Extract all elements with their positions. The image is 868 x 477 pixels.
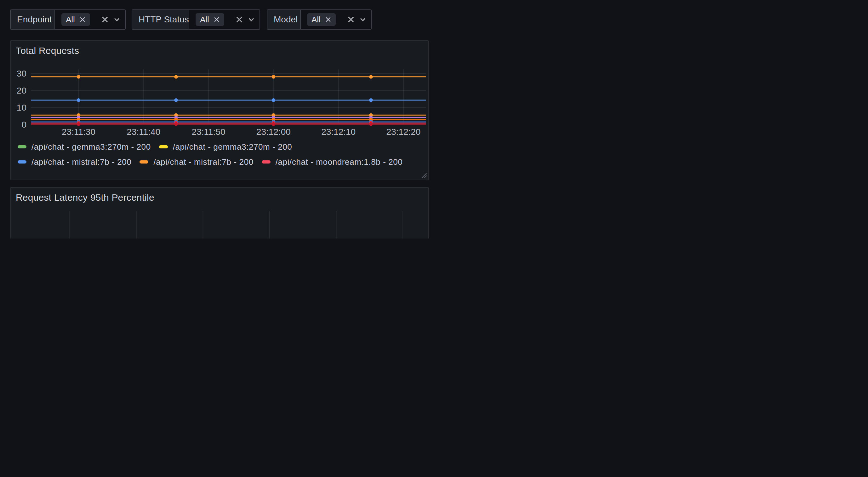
svg-text:23:11:30: 23:11:30 [62, 127, 95, 137]
svg-text:20: 20 [17, 86, 27, 95]
svg-text:10: 10 [17, 103, 27, 113]
svg-text:23:11:40: 23:11:40 [127, 127, 160, 137]
svg-text:23:12:10: 23:12:10 [321, 127, 355, 137]
svg-text:23:12:20: 23:12:20 [386, 127, 421, 137]
svg-text:30: 30 [17, 69, 27, 79]
svg-text:0: 0 [22, 120, 27, 129]
svg-text:23:11:50: 23:11:50 [192, 127, 225, 137]
svg-text:23:12:00: 23:12:00 [256, 127, 291, 137]
